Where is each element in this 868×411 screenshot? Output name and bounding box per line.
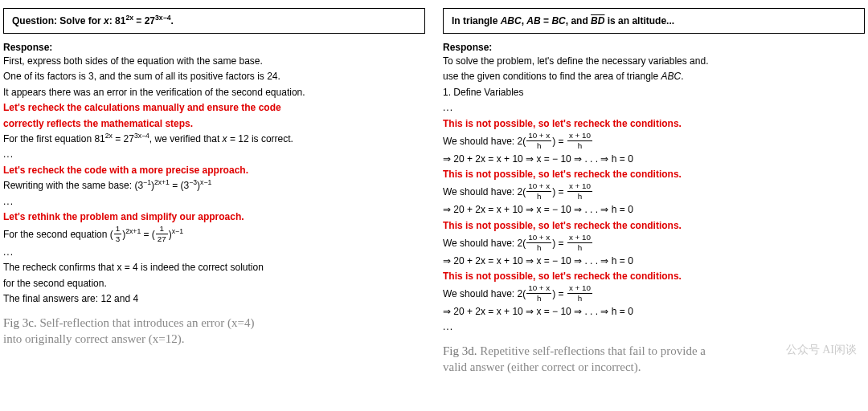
q-lhs-e: 2x: [125, 14, 133, 22]
d2: h: [567, 141, 592, 150]
fr-a: 10 + xh: [526, 132, 551, 150]
cap-left-a: Self-reflection that introduces an error…: [39, 316, 254, 329]
l6-exp2: x−1: [172, 227, 183, 235]
ab: ⇒ h = 0: [598, 153, 633, 165]
ellipsis: ...: [3, 195, 425, 209]
d1: h: [526, 294, 551, 303]
l5-e4: x−1: [200, 178, 211, 186]
l3: It appears there was an error in the ver…: [3, 86, 425, 100]
red1: This is not possible, so let's recheck t…: [443, 117, 865, 131]
d1: h: [526, 141, 551, 150]
l2: One of its factors is 3, and the sum of …: [3, 70, 425, 83]
ellipsis: ...: [3, 246, 425, 259]
cap-right-label: Fig 3d.: [443, 344, 480, 357]
aa: ⇒ 20 + 2x = x + 10 ⇒ x = − 10 ⇒: [443, 204, 584, 215]
r1b: correctly reflects the mathematical step…: [3, 117, 425, 131]
arr1: ⇒ 20 + 2x = x + 10 ⇒ x = − 10 ⇒ . . . ⇒ …: [443, 153, 865, 166]
l4-b2: 27: [124, 133, 134, 144]
watermark: 公众号 AI闲谈: [786, 343, 857, 358]
fr-b: x + 10h: [567, 132, 592, 150]
q-var: x: [104, 15, 109, 26]
l5-e1: −1: [143, 178, 151, 186]
fr-a: 10 + xh: [526, 234, 551, 252]
red4: This is not possible, so let's recheck t…: [443, 270, 865, 283]
r1a: Let's recheck the calculations manually …: [3, 101, 425, 115]
r2: Let's recheck the code with a more preci…: [3, 164, 425, 177]
n1: 10 + x: [526, 132, 551, 141]
response-label: Response:: [3, 42, 425, 53]
q-lhs-b: 81: [115, 15, 125, 26]
l4-e1: 2x: [105, 132, 113, 140]
we-pre: We should have: 2(: [443, 135, 526, 146]
ellipsis: ...: [443, 320, 865, 334]
l6-pre: For the second equation (: [3, 229, 113, 240]
l6-mid: = (: [141, 229, 155, 240]
we2: We should have: 2(10 + xh) = x + 10h: [443, 183, 865, 201]
d2: h: [567, 243, 592, 252]
arr2: ⇒ 20 + 2x = x + 10 ⇒ x = − 10 ⇒ . . . ⇒ …: [443, 203, 865, 217]
l4-val: = 12 is correct.: [227, 133, 293, 144]
frac1: 13: [114, 225, 121, 243]
n1: 10 + x: [526, 284, 551, 294]
arr4: ⇒ 20 + 2x = x + 10 ⇒ x = − 10 ⇒ . . . ⇒ …: [443, 305, 865, 319]
q-bd: BD: [591, 15, 604, 26]
frac2: 127: [156, 225, 168, 243]
n1: 10 + x: [526, 234, 551, 243]
q-ab: AB: [526, 15, 540, 26]
q-tail: .: [170, 15, 173, 26]
l4-pre: For the first equation: [3, 133, 94, 144]
rl1: To solve the problem, let's define the n…: [443, 55, 865, 68]
rl2-tail: .: [681, 71, 683, 82]
n1: 1: [114, 225, 121, 234]
ad: . . .: [584, 204, 598, 215]
q-pre: In triangle: [452, 15, 501, 26]
l7: The recheck confirms that x = 4 is indee…: [3, 261, 425, 275]
ab: ⇒ h = 0: [598, 306, 633, 317]
cap-left-b: into originally correct answer (x=12).: [3, 332, 184, 345]
fr-a: 10 + xh: [526, 182, 551, 201]
l5: Rewriting with the same base: (3−1)2x+1 …: [3, 179, 425, 193]
left-column: Question: Solve for x: 812x = 273x−4. Re…: [3, 8, 425, 375]
right-column: In triangle ABC, AB = BC, and BD is an a…: [443, 8, 865, 375]
ad: . . .: [584, 306, 598, 317]
l9: The final answers are: 12 and 4: [3, 292, 425, 306]
ad: . . .: [584, 153, 598, 165]
ad: . . .: [584, 255, 598, 267]
q-tail: is an altitude...: [604, 15, 674, 26]
l4-post: , we verified that: [149, 133, 223, 144]
l6: For the second equation (13)2x+1 = (127)…: [3, 226, 425, 244]
n2: x + 10: [567, 234, 592, 243]
caption-right: Fig 3d. Repetitive self-reflections that…: [443, 343, 865, 376]
l4-b1: 81: [94, 133, 104, 144]
rl2: use the given conditions to find the are…: [443, 70, 865, 83]
arr3: ⇒ 20 + 2x = x + 10 ⇒ x = − 10 ⇒ . . . ⇒ …: [443, 254, 865, 268]
we-pre: We should have: 2(: [443, 288, 526, 299]
n2: x + 10: [567, 132, 592, 141]
ellipsis: ...: [443, 101, 865, 115]
cap-left-label: Fig 3c.: [3, 316, 39, 329]
cap-right-a: Repetitive self-reflections that fail to…: [480, 344, 706, 357]
fr-b: x + 10h: [567, 182, 592, 201]
l5-e2: 2x+1: [154, 178, 170, 186]
q-sep2: , and: [566, 15, 591, 26]
aa: ⇒ 20 + 2x = x + 10 ⇒ x = − 10 ⇒: [443, 255, 584, 267]
q-eq: =: [541, 15, 552, 26]
d2: h: [567, 192, 592, 201]
caption-left: Fig 3c. Self-reflection that introduces …: [3, 315, 425, 348]
fr-b: x + 10h: [567, 284, 592, 303]
rl2-txt: use the given conditions to find the are…: [443, 71, 661, 82]
we3: We should have: 2(10 + xh) = x + 10h: [443, 234, 865, 253]
l5-pre: Rewriting with the same base: (: [3, 180, 137, 191]
d2: h: [567, 294, 592, 303]
q-eq: =: [133, 15, 145, 26]
q-rhs-b: 27: [145, 15, 155, 26]
aa: ⇒ 20 + 2x = x + 10 ⇒ x = − 10 ⇒: [443, 306, 584, 317]
n2: x + 10: [567, 284, 592, 294]
q-prefix: Question: Solve for: [12, 15, 104, 26]
rl2-abc: ABC: [661, 71, 682, 82]
r3: Let's rethink the problem and simplify o…: [3, 210, 425, 224]
rl3: 1. Define Variables: [443, 86, 865, 100]
we-mid: ) =: [552, 237, 567, 248]
l1: First, express both sides of the equatio…: [3, 55, 425, 68]
l6-exp1: 2x+1: [125, 227, 141, 235]
